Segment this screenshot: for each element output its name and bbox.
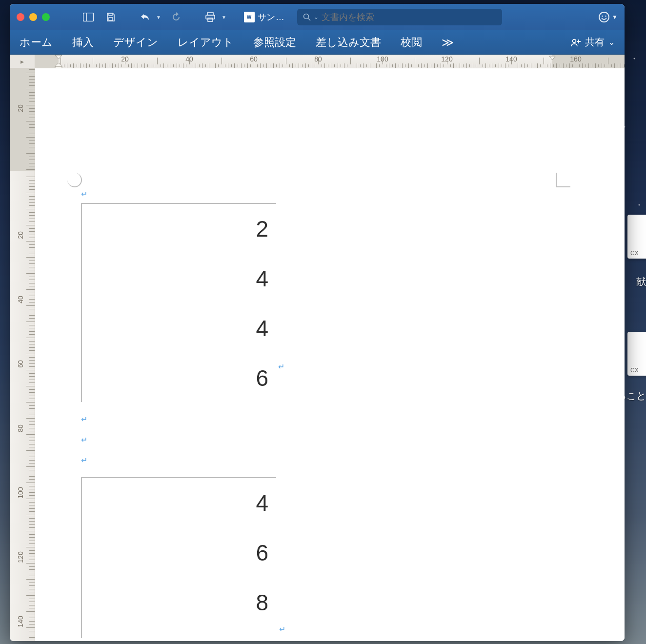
undo-dropdown-icon[interactable]: ▼ [156, 15, 161, 20]
hruler-label: 60 [250, 55, 258, 63]
share-label: 共有 [585, 36, 605, 49]
tab-mailings[interactable]: 差し込み文書 [316, 35, 381, 50]
margin-corner-top-left [67, 173, 82, 187]
hruler-label: 140 [505, 55, 517, 63]
tab-layout[interactable]: レイアウト [178, 35, 234, 50]
desktop-file-icon[interactable]: CX [627, 215, 646, 259]
panel-toggle-icon[interactable] [79, 8, 98, 26]
feedback-button[interactable]: ▼ [598, 11, 618, 23]
word-window: ▼ ▼ W サン… ⌄ ▼ ホーム 挿入 デザイン レイアウト 参照設定 差し込… [10, 4, 625, 641]
svg-rect-15 [55, 66, 62, 68]
search-input[interactable] [322, 12, 496, 22]
ruler-corner[interactable]: ▸ [10, 55, 35, 68]
paragraph-mark: ↵ [81, 189, 87, 199]
hruler-label: 160 [570, 55, 581, 63]
tab-design[interactable]: デザイン [113, 35, 158, 50]
document-title-text: サン… [258, 11, 285, 23]
save-icon[interactable] [101, 8, 120, 26]
smile-icon [598, 11, 610, 23]
print-dropdown-icon[interactable]: ▼ [222, 15, 226, 20]
page: ↵↵↵↵↵↵ 2446468 [35, 68, 625, 641]
svg-point-10 [602, 16, 603, 17]
ribbon-tabs: ホーム 挿入 デザイン レイアウト 参照設定 差し込み文書 校閲 ≫ 共有 ⌄ [10, 30, 625, 55]
table-cell[interactable]: 4 [82, 303, 276, 353]
share-button[interactable]: 共有 ⌄ [570, 36, 615, 49]
svg-rect-3 [109, 18, 113, 20]
hruler-label: 20 [121, 55, 129, 63]
search-icon [303, 13, 311, 21]
table-2[interactable]: 468 [81, 477, 276, 638]
tabs-overflow[interactable]: ≫ [442, 36, 455, 49]
desktop-file-icon[interactable]: CX [627, 332, 646, 376]
hruler-label: 120 [441, 55, 452, 63]
print-icon[interactable] [201, 8, 220, 26]
share-person-icon [570, 38, 581, 47]
horizontal-ruler[interactable]: 20406080100120140160 [35, 55, 625, 68]
tab-home[interactable]: ホーム [20, 35, 53, 50]
margin-corner-top-right [556, 173, 570, 187]
table-cell[interactable]: 6 [82, 353, 276, 403]
svg-point-12 [573, 39, 576, 42]
paragraph-mark: ↵ [279, 624, 285, 634]
hanging-indent-marker[interactable] [55, 62, 62, 68]
hruler-label: 100 [377, 55, 388, 63]
minimize-window-button[interactable] [29, 13, 37, 21]
svg-line-8 [308, 19, 311, 21]
hruler-label: 40 [185, 55, 193, 63]
vruler-label: 80 [17, 419, 24, 438]
paragraph-mark: ↵ [81, 415, 87, 424]
vruler-label: 100 [17, 483, 24, 503]
vruler-label: 120 [17, 547, 24, 567]
desktop-file-label: 献 [636, 275, 646, 288]
search-scope-caret-icon[interactable]: ⌄ [314, 14, 319, 20]
first-line-indent-marker[interactable] [55, 55, 62, 60]
titlebar: ▼ ▼ W サン… ⌄ ▼ [10, 4, 625, 30]
vertical-ruler[interactable]: 2020406080100120140 [10, 55, 35, 641]
vruler-label: 40 [17, 290, 24, 309]
table-1[interactable]: 2446 [81, 203, 276, 402]
vruler-label: 60 [17, 354, 24, 374]
table-cell[interactable]: 4 [82, 254, 276, 303]
redo-icon[interactable] [167, 8, 185, 26]
tab-references[interactable]: 参照設定 [253, 35, 296, 50]
paragraph-mark: ↵ [278, 362, 284, 371]
window-controls [17, 13, 50, 21]
document-title: W サン… [244, 11, 285, 23]
svg-rect-6 [208, 18, 213, 21]
paragraph-mark: ↵ [81, 456, 87, 465]
table-cell[interactable]: 8 [82, 578, 276, 627]
share-dropdown-icon[interactable]: ⌄ [608, 38, 615, 47]
right-margin-marker[interactable] [549, 56, 556, 60]
undo-icon[interactable] [136, 8, 154, 26]
hruler-label: 80 [314, 55, 322, 63]
tab-insert[interactable]: 挿入 [72, 35, 94, 50]
document-canvas[interactable]: ↵↵↵↵↵↵ 2446468 [35, 68, 625, 641]
table-cell[interactable]: 2 [82, 204, 276, 254]
close-window-button[interactable] [17, 13, 24, 21]
zoom-window-button[interactable] [42, 13, 50, 21]
svg-point-9 [599, 12, 609, 22]
svg-rect-0 [83, 13, 94, 21]
svg-point-7 [304, 14, 309, 19]
table-cell[interactable]: 4 [82, 478, 276, 528]
feedback-dropdown-icon[interactable]: ▼ [612, 14, 618, 20]
svg-point-11 [605, 16, 606, 17]
search-field[interactable]: ⌄ [297, 9, 502, 25]
paragraph-mark: ↵ [81, 435, 87, 444]
vruler-label: 140 [17, 612, 24, 631]
table-cell[interactable]: 6 [82, 528, 276, 578]
word-doc-icon: W [244, 12, 255, 22]
tab-review[interactable]: 校閲 [401, 35, 422, 50]
vruler-label: 20 [17, 225, 24, 245]
